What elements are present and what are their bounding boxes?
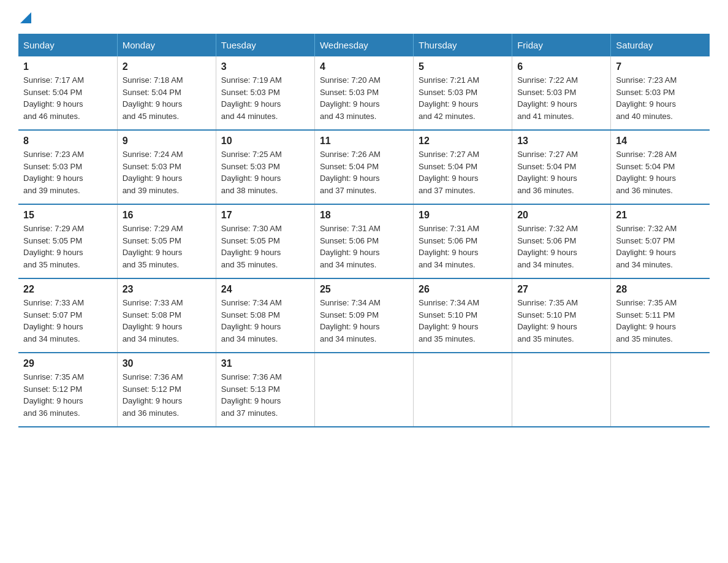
day-info: Sunrise: 7:19 AMSunset: 5:03 PMDaylight:…	[221, 74, 309, 122]
day-number: 26	[419, 284, 507, 295]
weekday-header-sunday: Sunday	[18, 34, 117, 56]
calendar-cell	[314, 353, 413, 427]
day-number: 15	[23, 210, 112, 221]
weekday-header-row: SundayMondayTuesdayWednesdayThursdayFrid…	[18, 34, 710, 56]
calendar-cell: 4 Sunrise: 7:20 AMSunset: 5:03 PMDayligh…	[314, 56, 413, 130]
day-info: Sunrise: 7:23 AMSunset: 5:03 PMDaylight:…	[616, 74, 705, 122]
day-number: 30	[123, 358, 211, 369]
calendar-cell: 22 Sunrise: 7:33 AMSunset: 5:07 PMDaylig…	[18, 278, 117, 353]
logo	[18, 12, 31, 21]
day-info: Sunrise: 7:29 AMSunset: 5:05 PMDaylight:…	[23, 223, 112, 270]
calendar-cell: 19 Sunrise: 7:31 AMSunset: 5:06 PMDaylig…	[414, 204, 512, 278]
day-number: 17	[221, 210, 309, 221]
day-info: Sunrise: 7:33 AMSunset: 5:08 PMDaylight:…	[123, 297, 211, 345]
calendar-cell: 17 Sunrise: 7:30 AMSunset: 5:05 PMDaylig…	[216, 204, 314, 278]
week-row-5: 29 Sunrise: 7:35 AMSunset: 5:12 PMDaylig…	[18, 353, 710, 427]
calendar-cell: 21 Sunrise: 7:32 AMSunset: 5:07 PMDaylig…	[611, 204, 710, 278]
week-row-1: 1 Sunrise: 7:17 AMSunset: 5:04 PMDayligh…	[18, 56, 710, 130]
calendar-cell: 6 Sunrise: 7:22 AMSunset: 5:03 PMDayligh…	[512, 56, 611, 130]
day-info: Sunrise: 7:36 AMSunset: 5:13 PMDaylight:…	[221, 371, 309, 419]
calendar-cell: 9 Sunrise: 7:24 AMSunset: 5:03 PMDayligh…	[117, 130, 216, 204]
day-number: 12	[419, 136, 507, 147]
day-number: 27	[517, 284, 605, 295]
calendar-cell: 24 Sunrise: 7:34 AMSunset: 5:08 PMDaylig…	[216, 278, 314, 353]
calendar-cell: 16 Sunrise: 7:29 AMSunset: 5:05 PMDaylig…	[117, 204, 216, 278]
day-number: 29	[23, 358, 112, 369]
day-info: Sunrise: 7:35 AMSunset: 5:10 PMDaylight:…	[517, 297, 605, 345]
day-number: 24	[221, 284, 309, 295]
calendar-cell	[611, 353, 710, 427]
day-number: 16	[123, 210, 211, 221]
calendar-cell	[512, 353, 611, 427]
day-number: 8	[23, 136, 112, 147]
day-number: 7	[616, 61, 705, 72]
day-info: Sunrise: 7:24 AMSunset: 5:03 PMDaylight:…	[123, 148, 211, 196]
calendar-cell: 28 Sunrise: 7:35 AMSunset: 5:11 PMDaylig…	[611, 278, 710, 353]
day-info: Sunrise: 7:31 AMSunset: 5:06 PMDaylight:…	[419, 223, 507, 270]
calendar-cell: 23 Sunrise: 7:33 AMSunset: 5:08 PMDaylig…	[117, 278, 216, 353]
calendar-cell: 20 Sunrise: 7:32 AMSunset: 5:06 PMDaylig…	[512, 204, 611, 278]
day-info: Sunrise: 7:35 AMSunset: 5:11 PMDaylight:…	[616, 297, 705, 345]
day-number: 3	[221, 61, 309, 72]
day-number: 5	[419, 61, 507, 72]
calendar-cell: 25 Sunrise: 7:34 AMSunset: 5:09 PMDaylig…	[314, 278, 413, 353]
day-info: Sunrise: 7:20 AMSunset: 5:03 PMDaylight:…	[320, 74, 408, 122]
day-number: 19	[419, 210, 507, 221]
calendar-cell: 14 Sunrise: 7:28 AMSunset: 5:04 PMDaylig…	[611, 130, 710, 204]
day-info: Sunrise: 7:21 AMSunset: 5:03 PMDaylight:…	[419, 74, 507, 122]
day-number: 4	[320, 61, 408, 72]
weekday-header-saturday: Saturday	[611, 34, 710, 56]
calendar-cell: 29 Sunrise: 7:35 AMSunset: 5:12 PMDaylig…	[18, 353, 117, 427]
calendar-cell: 31 Sunrise: 7:36 AMSunset: 5:13 PMDaylig…	[216, 353, 314, 427]
weekday-header-wednesday: Wednesday	[314, 34, 413, 56]
day-number: 21	[616, 210, 705, 221]
calendar-cell: 26 Sunrise: 7:34 AMSunset: 5:10 PMDaylig…	[414, 278, 512, 353]
page-header	[18, 12, 710, 21]
calendar-cell: 18 Sunrise: 7:31 AMSunset: 5:06 PMDaylig…	[314, 204, 413, 278]
day-info: Sunrise: 7:27 AMSunset: 5:04 PMDaylight:…	[419, 148, 507, 196]
day-info: Sunrise: 7:36 AMSunset: 5:12 PMDaylight:…	[123, 371, 211, 419]
calendar-cell: 7 Sunrise: 7:23 AMSunset: 5:03 PMDayligh…	[611, 56, 710, 130]
day-info: Sunrise: 7:34 AMSunset: 5:10 PMDaylight:…	[419, 297, 507, 345]
day-number: 20	[517, 210, 605, 221]
week-row-2: 8 Sunrise: 7:23 AMSunset: 5:03 PMDayligh…	[18, 130, 710, 204]
day-info: Sunrise: 7:17 AMSunset: 5:04 PMDaylight:…	[23, 74, 112, 122]
day-number: 9	[123, 136, 211, 147]
day-number: 14	[616, 136, 705, 147]
day-info: Sunrise: 7:23 AMSunset: 5:03 PMDaylight:…	[23, 148, 112, 196]
logo-triangle-icon	[20, 12, 31, 23]
day-number: 25	[320, 284, 408, 295]
calendar-cell: 30 Sunrise: 7:36 AMSunset: 5:12 PMDaylig…	[117, 353, 216, 427]
day-number: 6	[517, 61, 605, 72]
weekday-header-monday: Monday	[117, 34, 216, 56]
day-number: 1	[23, 61, 112, 72]
calendar-cell: 10 Sunrise: 7:25 AMSunset: 5:03 PMDaylig…	[216, 130, 314, 204]
calendar-cell: 12 Sunrise: 7:27 AMSunset: 5:04 PMDaylig…	[414, 130, 512, 204]
calendar-cell: 5 Sunrise: 7:21 AMSunset: 5:03 PMDayligh…	[414, 56, 512, 130]
day-info: Sunrise: 7:26 AMSunset: 5:04 PMDaylight:…	[320, 148, 408, 196]
weekday-header-friday: Friday	[512, 34, 611, 56]
day-info: Sunrise: 7:22 AMSunset: 5:03 PMDaylight:…	[517, 74, 605, 122]
calendar-cell	[414, 353, 512, 427]
day-number: 28	[616, 284, 705, 295]
day-info: Sunrise: 7:31 AMSunset: 5:06 PMDaylight:…	[320, 223, 408, 270]
day-number: 11	[320, 136, 408, 147]
day-info: Sunrise: 7:18 AMSunset: 5:04 PMDaylight:…	[123, 74, 211, 122]
day-info: Sunrise: 7:32 AMSunset: 5:07 PMDaylight:…	[616, 223, 705, 270]
day-info: Sunrise: 7:35 AMSunset: 5:12 PMDaylight:…	[23, 371, 112, 419]
calendar-cell: 3 Sunrise: 7:19 AMSunset: 5:03 PMDayligh…	[216, 56, 314, 130]
day-info: Sunrise: 7:25 AMSunset: 5:03 PMDaylight:…	[221, 148, 309, 196]
day-number: 22	[23, 284, 112, 295]
calendar-cell: 1 Sunrise: 7:17 AMSunset: 5:04 PMDayligh…	[18, 56, 117, 130]
calendar-cell: 15 Sunrise: 7:29 AMSunset: 5:05 PMDaylig…	[18, 204, 117, 278]
calendar-cell: 2 Sunrise: 7:18 AMSunset: 5:04 PMDayligh…	[117, 56, 216, 130]
day-info: Sunrise: 7:34 AMSunset: 5:09 PMDaylight:…	[320, 297, 408, 345]
day-info: Sunrise: 7:34 AMSunset: 5:08 PMDaylight:…	[221, 297, 309, 345]
day-number: 23	[123, 284, 211, 295]
day-info: Sunrise: 7:33 AMSunset: 5:07 PMDaylight:…	[23, 297, 112, 345]
day-info: Sunrise: 7:30 AMSunset: 5:05 PMDaylight:…	[221, 223, 309, 270]
weekday-header-tuesday: Tuesday	[216, 34, 314, 56]
day-number: 18	[320, 210, 408, 221]
calendar-cell: 11 Sunrise: 7:26 AMSunset: 5:04 PMDaylig…	[314, 130, 413, 204]
week-row-3: 15 Sunrise: 7:29 AMSunset: 5:05 PMDaylig…	[18, 204, 710, 278]
